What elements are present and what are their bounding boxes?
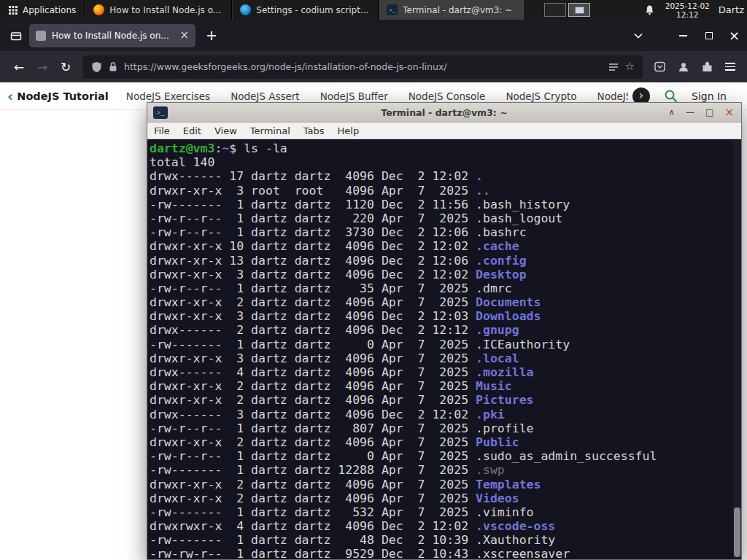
terminal-line: drwxr-xr-x 3 dartz dartz 4096 Dec 2 12:0… (150, 268, 731, 281)
terminal-line: drwxr-xr-x 3 root root 4096 Apr 7 2025 .… (150, 184, 731, 198)
back-button[interactable]: ← (7, 56, 31, 78)
browser-tab-bar: How to Install Node.js on... × + × (0, 20, 747, 51)
nav-link[interactable]: NodeJS Buffer (320, 90, 388, 102)
tab-title: How to Install Node.js on... (52, 31, 174, 41)
terminal-menu-tabs[interactable]: Tabs (297, 125, 331, 136)
url-bar[interactable]: https://www.geeksforgeeks.org/node-js/in… (83, 55, 643, 79)
reload-button[interactable]: ↻ (54, 56, 77, 78)
terminal-line: drwxr-xr-x 2 dartz dartz 4096 Apr 7 2025… (150, 393, 731, 407)
tab-close-icon[interactable]: × (179, 30, 189, 41)
applications-label: Applications (23, 5, 76, 15)
tab-list-chevron-icon[interactable] (634, 33, 643, 39)
menu-icon[interactable] (725, 61, 735, 73)
terminal-line: -rw------- 1 dartz dartz 1120 Dec 2 11:5… (150, 198, 731, 211)
taskbar-window-firefox[interactable]: How to Install Node.js o... (85, 0, 232, 20)
terminal-line: -rw------- 1 dartz dartz 532 Apr 7 2025 … (150, 505, 731, 519)
terminal-line: drwx------ 2 dartz dartz 4096 Dec 2 12:1… (150, 323, 731, 337)
sign-in-button[interactable]: Sign In (692, 90, 727, 102)
terminal-titlebar[interactable]: >_ Terminal - dartz@vm3: ~ ∧ — □ × (147, 103, 741, 122)
terminal-line: drwx------ 17 dartz dartz 4096 Dec 2 12:… (150, 169, 731, 183)
reader-mode-icon[interactable] (608, 62, 619, 72)
nav-link[interactable]: NodeJS Crypto (506, 90, 576, 102)
terminal-line: drwxr-xr-x 2 dartz dartz 4096 Apr 7 2025… (150, 379, 731, 393)
window-close-button[interactable]: × (721, 28, 747, 43)
terminal-line: -rw-r--r-- 1 dartz dartz 807 Apr 7 2025 … (150, 421, 731, 435)
terminal-output[interactable]: dartz@vm3:~$ ls -latotal 140drwx------ 1… (147, 139, 741, 559)
forward-button[interactable]: → (31, 56, 54, 78)
terminal-line: drwx------ 3 dartz dartz 4096 Dec 2 12:0… (150, 408, 731, 421)
nav-link[interactable]: NodeJS Assert (231, 90, 300, 102)
terminal-menubar: FileEditViewTerminalTabsHelp (147, 122, 741, 139)
terminal-line: drwxr-xr-x 2 dartz dartz 4096 Apr 7 2025… (150, 295, 731, 309)
taskbar-user: Dartz (719, 4, 744, 15)
workspace-2[interactable] (568, 3, 590, 17)
terminal-minimize-button[interactable]: — (686, 108, 694, 117)
terminal-maximize-button[interactable]: □ (705, 108, 713, 117)
terminal-line: total 140 (150, 155, 731, 169)
terminal-menu-edit[interactable]: Edit (177, 125, 208, 136)
terminal-line: drwxr-xr-x 3 dartz dartz 4096 Apr 7 2025… (150, 351, 731, 365)
notification-bell-icon[interactable] (644, 4, 655, 15)
terminal-line: -rw------- 1 dartz dartz 12288 Apr 7 202… (150, 463, 731, 477)
terminal-line: -rw------- 1 dartz dartz 0 Apr 7 2025 .I… (150, 338, 731, 351)
terminal-line: drwxr-xr-x 3 dartz dartz 4096 Dec 2 12:0… (150, 309, 731, 323)
terminal-menu-file[interactable]: File (147, 125, 177, 136)
nav-link[interactable]: NodeJS Exercises (126, 90, 210, 102)
terminal-window: >_ Terminal - dartz@vm3: ~ ∧ — □ × FileE… (147, 102, 742, 560)
pocket-icon[interactable] (654, 61, 665, 72)
nav-link[interactable]: NodeJS Console (409, 90, 486, 102)
terminal-scrollbar[interactable] (733, 140, 741, 559)
terminal-close-button[interactable]: × (724, 107, 734, 118)
applications-menu-button[interactable]: Applications (0, 0, 85, 20)
url-text[interactable]: https://www.geeksforgeeks.org/node-js/in… (124, 61, 602, 72)
terminal-line: -rw-rw-r-- 1 dartz dartz 9529 Dec 2 10:4… (150, 547, 731, 559)
applications-grid-icon (9, 6, 18, 15)
taskbar-window-codium[interactable]: Settings - codium script... (232, 0, 379, 20)
firefox-view-icon[interactable] (10, 30, 22, 42)
tab-favicon (36, 31, 46, 41)
terminal-line: dartz@vm3:~$ ls -la (150, 141, 731, 155)
terminal-line: drwx------ 4 dartz dartz 4096 Apr 7 2025… (150, 365, 731, 379)
new-tab-button[interactable]: + (206, 28, 217, 42)
account-icon[interactable] (678, 61, 689, 73)
terminal-menu-view[interactable]: View (208, 125, 244, 136)
window-maximize-button[interactable] (696, 32, 721, 39)
taskbar-windows: How to Install Node.js o...Settings - co… (85, 0, 525, 20)
terminal-line: drwxr-xr-x 2 dartz dartz 4096 Apr 7 2025… (150, 478, 731, 491)
clock-time: 12:12 (665, 10, 710, 19)
search-icon[interactable] (664, 89, 678, 103)
terminal-line: -rw------- 1 dartz dartz 48 Dec 2 10:39 … (150, 533, 731, 547)
chevron-left-icon: ‹ (7, 89, 13, 104)
nav-active-label: NodeJS Tutorial (17, 90, 109, 102)
terminal-line: drwxr-xr-x 2 dartz dartz 4096 Apr 7 2025… (150, 435, 731, 449)
terminal-menu-help[interactable]: Help (331, 125, 366, 136)
workspace-pager (544, 3, 590, 17)
terminal-line: -rw-r--r-- 1 dartz dartz 0 Apr 7 2025 .s… (150, 449, 731, 463)
bookmark-star-icon[interactable]: ☆ (625, 61, 635, 72)
taskbar-clock[interactable]: 2025-12-02 12:12 (665, 1, 710, 19)
nav-tutorial-link[interactable]: ‹ NodeJS Tutorial (7, 89, 109, 104)
terminal-line: drwxrwxr-x 4 dartz dartz 4096 Dec 2 12:0… (150, 519, 731, 533)
taskbar-window-title: Terminal - dartz@vm3: ~ (403, 5, 512, 15)
terminal-shade-button[interactable]: ∧ (668, 108, 675, 117)
clock-date: 2025-12-02 (665, 1, 710, 10)
window-minimize-button[interactable] (670, 35, 696, 36)
terminal-line: -rw-r--r-- 1 dartz dartz 220 Apr 7 2025 … (150, 211, 731, 225)
extensions-icon[interactable] (702, 61, 713, 72)
terminal-menu-terminal[interactable]: Terminal (244, 125, 297, 136)
codium-icon (240, 4, 251, 15)
workspace-1[interactable] (544, 3, 566, 17)
taskbar-window-terminal[interactable]: >_Terminal - dartz@vm3: ~ (379, 0, 525, 20)
terminal-line: -rw-r--r-- 1 dartz dartz 35 Apr 7 2025 .… (150, 281, 731, 295)
terminal-icon: >_ (387, 4, 398, 15)
terminal-line: drwxr-xr-x 2 dartz dartz 4096 Apr 7 2025… (150, 491, 731, 505)
terminal-line: drwxr-xr-x 13 dartz dartz 4096 Dec 2 12:… (150, 254, 731, 268)
terminal-line: drwxr-xr-x 10 dartz dartz 4096 Dec 2 12:… (150, 239, 731, 253)
tracking-shield-icon[interactable] (91, 61, 102, 73)
terminal-line: -rw-r--r-- 1 dartz dartz 3730 Dec 2 12:0… (150, 225, 731, 239)
lock-icon[interactable] (109, 61, 117, 72)
browser-tab[interactable]: How to Install Node.js on... × (29, 24, 196, 47)
scrollbar-thumb[interactable] (734, 508, 740, 557)
firefox-icon (93, 4, 104, 15)
taskbar-window-title: Settings - codium script... (256, 5, 368, 15)
